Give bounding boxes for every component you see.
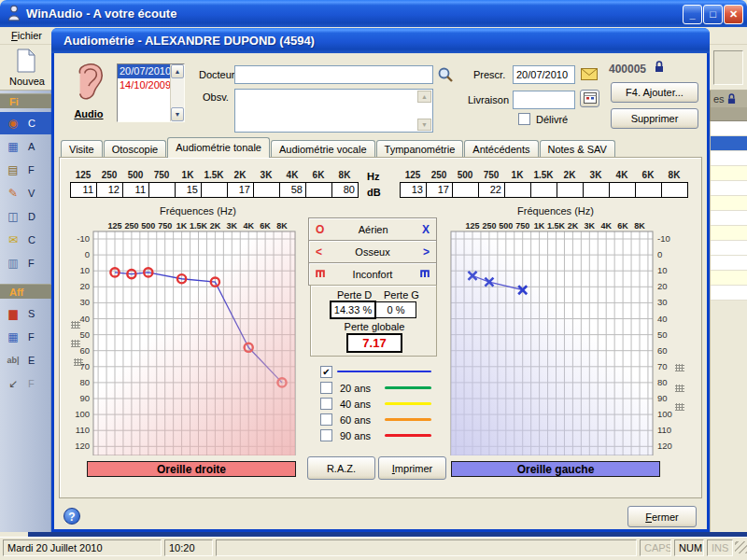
freq-value-cell[interactable]: 11 bbox=[70, 182, 97, 198]
age-curve-checkbox[interactable]: ✔ bbox=[320, 366, 332, 378]
freq-value-cell[interactable]: 80 bbox=[331, 182, 359, 198]
freq-value-cell[interactable] bbox=[530, 182, 557, 198]
sidebar-item-contact[interactable]: ◉C bbox=[0, 112, 51, 134]
freq-value-cell[interactable] bbox=[609, 182, 636, 198]
freq-value-cell[interactable] bbox=[557, 182, 584, 198]
dots-artifact-icon bbox=[71, 321, 80, 329]
tab-notes-sav[interactable]: Notes & SAV bbox=[540, 140, 615, 158]
background-panel-header-text: es bbox=[713, 93, 725, 105]
audio-link[interactable]: Audio bbox=[67, 108, 110, 119]
visit-date-item[interactable]: 14/10/2009 bbox=[118, 78, 170, 92]
freq-value-cell[interactable]: 15 bbox=[175, 182, 202, 198]
freq-value-cell[interactable]: 22 bbox=[478, 182, 505, 198]
tab-visite[interactable]: Visite bbox=[61, 140, 103, 158]
tab-ant-c-dents[interactable]: Antécédents bbox=[464, 140, 538, 158]
raz-button[interactable]: R.A.Z. bbox=[307, 456, 375, 480]
freq-value-cell[interactable]: 58 bbox=[279, 182, 306, 198]
freq-value-cell[interactable] bbox=[504, 182, 531, 198]
freq-values-right-ear: 11121115175880 bbox=[70, 182, 359, 198]
resize-grip[interactable] bbox=[735, 541, 747, 553]
freq-value-cell[interactable] bbox=[148, 182, 176, 198]
sidebar-item-ab-text[interactable]: ab|E bbox=[0, 349, 51, 371]
mail-send-icon[interactable] bbox=[581, 68, 598, 80]
tab-audiom-trie-tonale[interactable]: Audiométrie tonale bbox=[167, 137, 270, 158]
left-ear-chart-title: Fréquences (Hz) bbox=[486, 205, 626, 217]
date-list-scrollbar[interactable]: ▲ ▼ bbox=[170, 64, 184, 121]
freq-value-cell[interactable] bbox=[253, 182, 280, 198]
minimize-button[interactable]: _ bbox=[683, 5, 702, 24]
sidebar-item-stats-chart[interactable]: ▆S bbox=[0, 302, 51, 325]
sidebar-item-label: A bbox=[28, 141, 35, 152]
freq-value-cell[interactable] bbox=[635, 182, 662, 198]
freq-value-cell[interactable] bbox=[201, 182, 228, 198]
legend-osseux[interactable]: < Osseux > bbox=[308, 240, 437, 263]
age-curve-checkbox[interactable] bbox=[320, 398, 332, 410]
sidebar-item-form[interactable]: ▥F bbox=[0, 252, 51, 274]
tab-audiom-trie-vocale[interactable]: Audiométrie vocale bbox=[271, 140, 375, 158]
svg-text:3K: 3K bbox=[585, 221, 596, 231]
dialog-titlebar[interactable]: Audiométrie - ALEXANDRE DUPOND (4594) bbox=[51, 28, 710, 53]
sidebar-item-arrow[interactable]: ↙F bbox=[0, 372, 51, 395]
imprimer-button[interactable]: Imprimer bbox=[378, 456, 446, 480]
new-document-button[interactable]: Nouvea bbox=[5, 48, 48, 88]
scroll-up-icon[interactable]: ▲ bbox=[171, 64, 184, 78]
age-curve-checkbox[interactable] bbox=[320, 382, 332, 394]
sidebar-item-table[interactable]: ▦F bbox=[0, 326, 51, 348]
freq-value-cell[interactable]: 17 bbox=[227, 182, 254, 198]
freq-header-cell: 125 bbox=[400, 170, 426, 180]
freq-header-cell: 6K bbox=[305, 170, 331, 180]
sidebar-item-mail[interactable]: ✉C bbox=[0, 229, 51, 251]
sidebar-item-clipboard-search[interactable]: ▤F bbox=[0, 159, 51, 181]
prescr-input[interactable] bbox=[513, 65, 575, 84]
freq-value-cell[interactable] bbox=[452, 182, 479, 198]
legend-inconfort[interactable]: Inconfort bbox=[308, 262, 437, 286]
freq-value-cell[interactable] bbox=[305, 182, 332, 198]
sidebar-item-card[interactable]: ◫D bbox=[0, 205, 51, 228]
docteur-input[interactable] bbox=[234, 65, 433, 84]
age-curve-row: 90 ans bbox=[320, 428, 371, 442]
svg-text:0: 0 bbox=[657, 249, 662, 259]
background-table-row bbox=[711, 241, 747, 256]
background-table-row bbox=[711, 196, 747, 211]
svg-text:30: 30 bbox=[657, 297, 668, 307]
search-icon[interactable] bbox=[437, 66, 454, 83]
calendar-button[interactable] bbox=[580, 90, 599, 107]
tab-tympanom-trie[interactable]: Tympanométrie bbox=[376, 140, 464, 158]
sidebar-item-appointments[interactable]: ▦A bbox=[0, 135, 51, 158]
freq-value-cell[interactable]: 11 bbox=[122, 182, 149, 198]
fermer-button[interactable]: Fermer bbox=[627, 506, 697, 527]
svg-text:750: 750 bbox=[158, 221, 172, 231]
obsv-scroll-down-icon[interactable]: ▼ bbox=[417, 119, 431, 131]
help-icon[interactable]: ? bbox=[63, 508, 80, 525]
visit-date-item[interactable]: 20/07/2010 bbox=[118, 64, 170, 78]
close-button[interactable]: ✕ bbox=[724, 5, 743, 24]
tab-otoscopie[interactable]: Otoscopie bbox=[104, 140, 167, 158]
sidebar-item-label: F bbox=[28, 164, 35, 175]
menu-fichier[interactable]: Fichier bbox=[7, 29, 46, 42]
livraison-input[interactable] bbox=[513, 91, 575, 109]
svg-text:30: 30 bbox=[79, 297, 90, 307]
ajouter-button[interactable]: F4. Ajouter... bbox=[611, 82, 698, 103]
background-table-row bbox=[711, 166, 747, 181]
freq-value-cell[interactable]: 12 bbox=[96, 182, 123, 198]
delivre-checkbox[interactable] bbox=[518, 113, 530, 125]
freq-value-cell[interactable] bbox=[661, 182, 688, 198]
age-curve-checkbox[interactable] bbox=[320, 429, 332, 441]
age-curve-line-sample bbox=[385, 434, 431, 437]
scroll-down-icon[interactable]: ▼ bbox=[171, 107, 184, 121]
freq-value-cell[interactable]: 13 bbox=[400, 182, 427, 198]
stats-chart-icon: ▆ bbox=[6, 306, 21, 321]
record-number: 400005 bbox=[609, 63, 646, 76]
obsv-scroll-up-icon[interactable]: ▲ bbox=[417, 91, 431, 103]
supprimer-button[interactable]: Supprimer bbox=[611, 108, 698, 129]
obsv-textarea[interactable]: ▲ ▼ bbox=[234, 89, 433, 133]
age-curve-row: ✔ bbox=[320, 365, 332, 379]
freq-value-cell[interactable] bbox=[583, 182, 610, 198]
freq-value-cell[interactable]: 17 bbox=[426, 182, 453, 198]
age-curve-checkbox[interactable] bbox=[320, 413, 332, 426]
legend-aerien[interactable]: O Aérien X bbox=[308, 217, 437, 241]
sidebar-item-edit-pen[interactable]: ✎V bbox=[0, 182, 51, 204]
svg-text:4K: 4K bbox=[600, 221, 612, 231]
visit-date-list[interactable]: 20/07/201014/10/2009 ▲ ▼ bbox=[117, 63, 185, 122]
maximize-button[interactable]: □ bbox=[703, 5, 723, 24]
